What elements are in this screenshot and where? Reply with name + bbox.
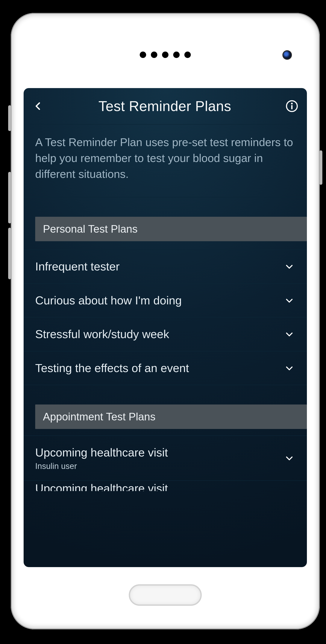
- plan-row-curious[interactable]: Curious about how I'm doing: [24, 284, 307, 318]
- plan-label: Upcoming healthcare visit: [35, 481, 295, 491]
- chevron-down-icon: [285, 454, 294, 463]
- personal-plans-list: Infrequent tester Curious about how I'm …: [24, 250, 307, 385]
- intro-text: A Test Reminder Plan uses pre-set test r…: [24, 124, 307, 198]
- plan-label: Stressful work/study week: [35, 327, 283, 342]
- section-heading-personal: Personal Test Plans: [35, 217, 307, 241]
- expand-toggle[interactable]: [283, 452, 295, 464]
- plan-row-event-effects[interactable]: Testing the effects of an event: [24, 352, 307, 385]
- chevron-down-icon: [285, 330, 294, 339]
- expand-toggle[interactable]: [283, 362, 295, 374]
- phone-frame: Test Reminder Plans A Test Reminder Plan…: [11, 13, 320, 630]
- plan-row-stressful-week[interactable]: Stressful work/study week: [24, 318, 307, 352]
- plan-label: Testing the effects of an event: [35, 361, 283, 376]
- expand-toggle[interactable]: [283, 328, 295, 340]
- chevron-left-icon: [33, 102, 43, 111]
- app-screen: Test Reminder Plans A Test Reminder Plan…: [24, 88, 307, 567]
- plan-sublabel: Insulin user: [35, 462, 283, 471]
- expand-toggle[interactable]: [283, 294, 295, 306]
- svg-rect-2: [291, 105, 293, 109]
- plan-label: Upcoming healthcare visit: [35, 445, 283, 460]
- front-camera: [283, 50, 292, 60]
- volume-down-button: [8, 228, 11, 279]
- header-bar: Test Reminder Plans: [24, 88, 307, 124]
- home-button[interactable]: [129, 584, 202, 606]
- volume-up-button: [8, 172, 11, 224]
- info-button[interactable]: [285, 99, 299, 114]
- appointment-plans-list: Upcoming healthcare visit Insulin user U…: [24, 436, 307, 491]
- plan-label: Infrequent tester: [35, 259, 283, 274]
- page-title: Test Reminder Plans: [45, 98, 285, 114]
- plan-label: Curious about how I'm doing: [35, 293, 283, 308]
- power-button: [319, 150, 322, 185]
- info-icon: [286, 100, 298, 112]
- section-heading-appointment: Appointment Test Plans: [35, 404, 307, 429]
- chevron-down-icon: [285, 296, 294, 305]
- chevron-down-icon: [285, 364, 294, 373]
- expand-toggle[interactable]: [283, 260, 295, 272]
- plan-row-infrequent-tester[interactable]: Infrequent tester: [24, 250, 307, 284]
- svg-point-1: [291, 103, 293, 104]
- plan-row-upcoming-visit-insulin[interactable]: Upcoming healthcare visit Insulin user: [24, 436, 307, 481]
- chevron-down-icon: [285, 262, 294, 271]
- side-button: [8, 105, 11, 131]
- speaker-grille: [140, 52, 191, 58]
- back-button[interactable]: [31, 99, 45, 113]
- plan-row-upcoming-visit[interactable]: Upcoming healthcare visit: [24, 481, 307, 491]
